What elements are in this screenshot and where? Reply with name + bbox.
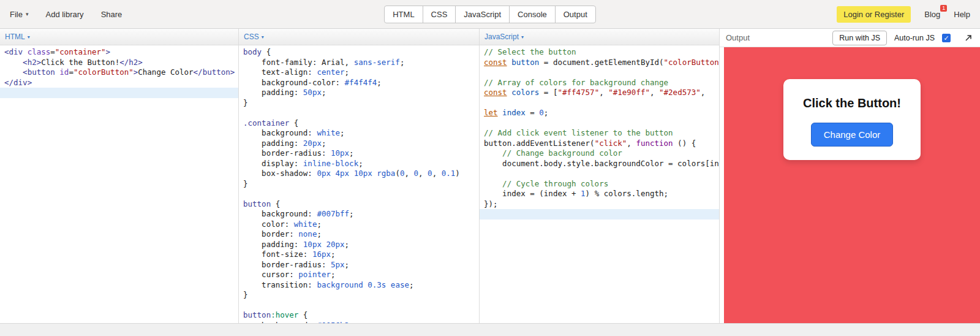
- code-line[interactable]: font-size: 16px;: [239, 250, 479, 260]
- output-panel: Output Run with JS Auto-run JS ✓ Click t…: [720, 29, 980, 323]
- output-preview: Click the Button! Change Color: [724, 47, 980, 323]
- html-panel-menu[interactable]: HTML ▾: [5, 32, 30, 41]
- code-line[interactable]: // Cycle through colors: [480, 179, 719, 189]
- code-line[interactable]: transition: background 0.3s ease;: [239, 280, 479, 291]
- preview-change-color-button[interactable]: Change Color: [811, 123, 894, 147]
- chevron-down-icon: ▾: [262, 34, 264, 40]
- code-line[interactable]: cursor: pointer;: [239, 270, 479, 280]
- css-panel: CSS ▾ body { font-family: Arial, sans-se…: [239, 29, 480, 323]
- file-menu[interactable]: File ▾: [10, 10, 28, 19]
- file-menu-label: File: [10, 10, 23, 19]
- code-line[interactable]: padding: 10px 20px;: [239, 240, 479, 250]
- code-line[interactable]: </div>: [0, 78, 238, 88]
- share-label: Share: [101, 10, 123, 19]
- html-code-editor[interactable]: <div class="container"> <h2>Click the Bu…: [0, 45, 238, 323]
- code-line[interactable]: display: inline-block;: [239, 159, 479, 169]
- code-line[interactable]: [239, 108, 479, 118]
- tab-output[interactable]: Output: [555, 6, 596, 23]
- preview-card: Click the Button! Change Color: [783, 79, 921, 160]
- code-line[interactable]: background: #007bff;: [239, 209, 479, 220]
- bottom-scrollbar-strip[interactable]: [0, 323, 980, 336]
- code-line[interactable]: // Select the button: [480, 47, 719, 58]
- autorun-label: Auto-run JS: [894, 34, 935, 42]
- code-line[interactable]: }: [239, 179, 479, 189]
- code-line[interactable]: const button = document.getElementById("…: [480, 58, 719, 68]
- tab-html[interactable]: HTML: [384, 6, 423, 23]
- add-library-button[interactable]: Add library: [45, 10, 83, 19]
- expand-arrow-icon[interactable]: [964, 34, 973, 42]
- share-button[interactable]: Share: [101, 10, 123, 19]
- topbar-left: File ▾ Add library Share: [10, 10, 384, 19]
- code-line[interactable]: button:hover {: [239, 310, 479, 321]
- blog-notification-badge: 1: [940, 5, 947, 12]
- code-line[interactable]: [239, 300, 479, 311]
- code-line[interactable]: [480, 169, 719, 179]
- javascript-panel-header: JavaScript ▾: [480, 29, 719, 45]
- javascript-panel-label: JavaScript: [484, 32, 519, 41]
- code-line[interactable]: box-shadow: 0px 4px 10px rgba(0, 0, 0, 0…: [239, 169, 479, 179]
- code-line[interactable]: font-family: Arial, sans-serif;: [239, 58, 479, 68]
- code-line[interactable]: background-color: #f4f4f4;: [239, 78, 479, 88]
- tab-javascript[interactable]: JavaScript: [455, 6, 510, 23]
- blog-link[interactable]: Blog 1: [924, 10, 940, 19]
- code-line[interactable]: <div class="container">: [0, 47, 238, 58]
- code-line[interactable]: <h2>Click the Button!</h2>: [0, 58, 238, 68]
- code-line[interactable]: padding: 20px;: [239, 139, 479, 149]
- code-line[interactable]: body {: [239, 47, 479, 58]
- code-line[interactable]: index = (index + 1) % colors.length;: [480, 189, 719, 199]
- css-code-editor[interactable]: body { font-family: Arial, sans-serif; t…: [239, 45, 479, 323]
- panel-toggle-tabs: HTMLCSSJavaScriptConsoleOutput: [384, 6, 596, 23]
- code-line[interactable]: [480, 98, 719, 109]
- code-line[interactable]: padding: 50px;: [239, 88, 479, 98]
- code-line[interactable]: // Change background color: [480, 148, 719, 159]
- code-line[interactable]: .container {: [239, 118, 479, 129]
- code-line[interactable]: color: white;: [239, 220, 479, 230]
- output-panel-title: Output: [726, 33, 750, 42]
- run-with-js-button[interactable]: Run with JS: [832, 31, 887, 45]
- editor-grid: HTML ▾ <div class="container"> <h2>Click…: [0, 29, 980, 323]
- html-panel-header: HTML ▾: [0, 29, 238, 45]
- blog-label: Blog: [924, 10, 940, 19]
- code-line[interactable]: }: [239, 98, 479, 109]
- javascript-panel-menu[interactable]: JavaScript ▾: [484, 32, 524, 41]
- code-line[interactable]: text-align: center;: [239, 67, 479, 78]
- code-line[interactable]: border: none;: [239, 229, 479, 240]
- code-line[interactable]: }: [239, 290, 479, 300]
- html-panel-label: HTML: [5, 32, 25, 41]
- code-line[interactable]: [480, 209, 719, 220]
- code-line[interactable]: border-radius: 10px;: [239, 148, 479, 159]
- add-library-label: Add library: [45, 10, 83, 19]
- autorun-checkbox[interactable]: ✓: [942, 34, 951, 42]
- topbar: File ▾ Add library Share HTMLCSSJavaScri…: [0, 0, 980, 29]
- code-line[interactable]: [480, 118, 719, 129]
- css-panel-menu[interactable]: CSS ▾: [244, 32, 264, 41]
- code-line[interactable]: border-radius: 5px;: [239, 260, 479, 270]
- code-line[interactable]: let index = 0;: [480, 108, 719, 118]
- topbar-right: Login or Register Blog 1 Help: [596, 6, 970, 23]
- code-line[interactable]: background: white;: [239, 128, 479, 139]
- output-controls: Run with JS Auto-run JS ✓: [832, 31, 973, 45]
- javascript-code-editor[interactable]: // Select the buttonconst button = docum…: [480, 45, 719, 323]
- login-register-button[interactable]: Login or Register: [837, 6, 911, 23]
- code-line[interactable]: });: [480, 199, 719, 210]
- code-line[interactable]: background: #0056b3;: [239, 321, 479, 324]
- code-line[interactable]: button.addEventListener("click", functio…: [480, 139, 719, 149]
- chevron-down-icon: ▾: [521, 34, 524, 40]
- tab-console[interactable]: Console: [509, 6, 556, 23]
- code-line[interactable]: // Add click event listener to the butto…: [480, 128, 719, 139]
- tab-css[interactable]: CSS: [423, 6, 456, 23]
- code-line[interactable]: [239, 189, 479, 199]
- code-line[interactable]: button {: [239, 199, 479, 210]
- help-link[interactable]: Help: [954, 10, 970, 19]
- code-line[interactable]: const colors = ["#ff4757", "#1e90ff", "#…: [480, 88, 719, 98]
- code-line[interactable]: // Array of colors for background change: [480, 78, 719, 88]
- code-line[interactable]: document.body.style.backgroundColor = co…: [480, 159, 719, 169]
- css-panel-header: CSS ▾: [239, 29, 479, 45]
- code-line[interactable]: <button id="colorButton">Change Color</b…: [0, 67, 238, 78]
- code-line[interactable]: [480, 67, 719, 78]
- html-panel: HTML ▾ <div class="container"> <h2>Click…: [0, 29, 239, 323]
- output-panel-header: Output Run with JS Auto-run JS ✓: [720, 29, 980, 47]
- code-line[interactable]: [0, 88, 238, 98]
- javascript-panel: JavaScript ▾ // Select the buttonconst b…: [480, 29, 720, 323]
- css-panel-label: CSS: [244, 32, 259, 41]
